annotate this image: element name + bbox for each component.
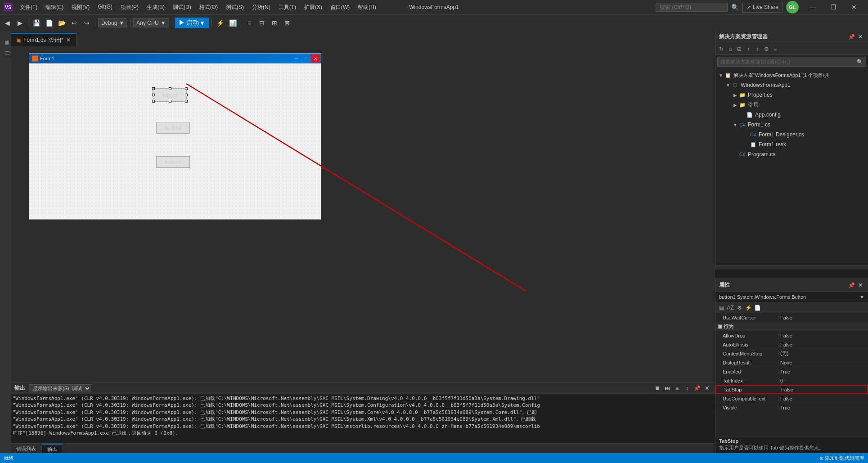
expand-solution[interactable]: ▼ (717, 72, 724, 79)
form-close-btn[interactable]: ✕ (311, 54, 320, 63)
sidebar-toolbox[interactable]: 工 (1, 43, 10, 52)
toolbar-format[interactable]: ≡ (244, 18, 255, 28)
se-btn2[interactable]: ⌂ (726, 45, 734, 53)
toolbar-forward[interactable]: ▶ (14, 18, 25, 28)
output-pin-btn[interactable]: 📌 (693, 384, 702, 393)
menu-format[interactable]: 格式(O) (196, 2, 221, 13)
handle-tm[interactable] (169, 87, 171, 90)
tree-appconfig[interactable]: 📄 App.config (715, 110, 868, 120)
tree-form1designer[interactable]: C# Form1.Designer.cs (715, 130, 868, 139)
se-btn3[interactable]: ⊟ (735, 45, 743, 53)
se-btn7[interactable]: ≡ (771, 45, 779, 53)
se-scrollbar-h[interactable] (715, 265, 868, 270)
menu-analyze[interactable]: 分析(N) (248, 2, 274, 13)
menu-tools[interactable]: 工具(T) (275, 2, 300, 13)
se-btn1[interactable]: ↻ (717, 45, 725, 53)
form-restore-btn[interactable]: □ (301, 54, 310, 63)
minimize-button[interactable]: — (802, 0, 823, 14)
global-search[interactable] (656, 3, 728, 12)
user-avatar[interactable]: GL (786, 1, 799, 13)
restore-button[interactable]: ❐ (823, 0, 844, 14)
tree-program[interactable]: C# Program.cs (715, 149, 868, 159)
props-alpha-btn[interactable]: AZ (726, 304, 734, 312)
menu-project[interactable]: 项目(P) (117, 2, 142, 13)
form1-tab[interactable]: ▣ Form1.cs [设计]* ✕ (11, 33, 76, 46)
props-properties-btn[interactable]: ⚙ (735, 304, 743, 312)
live-share-button[interactable]: ↗ Live Share (742, 2, 783, 13)
output-close-btn[interactable]: ✕ (702, 384, 711, 393)
tab-output[interactable]: 输出 (42, 444, 63, 454)
tree-properties[interactable]: ▶ 📁 Properties (715, 90, 868, 100)
handle-bm[interactable] (169, 100, 171, 103)
toolbar-redo[interactable]: ↪ (81, 18, 92, 28)
tree-form1resx[interactable]: 📋 Form1.resx (715, 139, 868, 149)
tree-form1[interactable]: ▼ C# Form1.cs (715, 120, 868, 130)
handle-ml[interactable] (152, 94, 155, 96)
designer-button1[interactable]: button1 (153, 88, 187, 102)
menu-file[interactable]: 文件(F) (16, 2, 41, 13)
menu-edit[interactable]: 编辑(E) (42, 2, 67, 13)
section-expand-behavior[interactable]: ▣ (717, 324, 722, 329)
toolbar-back[interactable]: ◀ (2, 18, 13, 28)
debug-config-dropdown[interactable]: Debug ▼ (98, 18, 127, 27)
menu-view[interactable]: 视图(V) (68, 2, 93, 13)
toolbar-center[interactable]: ⊠ (282, 18, 292, 28)
handle-tr[interactable] (185, 87, 188, 90)
output-btn1[interactable]: ⏹ (653, 384, 662, 393)
menu-git[interactable]: Git(G) (94, 2, 116, 13)
tab-close-button[interactable]: ✕ (66, 37, 71, 43)
toolbar-open[interactable]: 📂 (56, 18, 67, 28)
panel-close-btn[interactable]: ✕ (856, 33, 864, 41)
designer-button3[interactable]: button3 (156, 156, 190, 168)
prop-tabstop[interactable]: TabStop False (715, 385, 868, 394)
menu-help[interactable]: 帮助(H) (354, 2, 380, 13)
expand-project[interactable]: ▼ (724, 81, 732, 89)
props-pin-btn[interactable]: 📌 (847, 281, 855, 289)
toolbar-new[interactable]: 📄 (44, 18, 54, 28)
expand-form1[interactable]: ▼ (732, 121, 739, 128)
handle-br[interactable] (185, 100, 188, 103)
menu-build[interactable]: 生成(B) (143, 2, 168, 13)
sidebar-server-explorer[interactable]: 服 (1, 32, 10, 41)
handle-tl[interactable] (152, 87, 155, 90)
se-btn4[interactable]: ↑ (744, 45, 752, 53)
menu-debug[interactable]: 调试(D) (169, 2, 195, 13)
props-dropdown-icon[interactable]: ▼ (859, 294, 864, 300)
panel-pin-btn[interactable]: 📌 (847, 33, 855, 41)
toolbar-perf[interactable]: 📊 (227, 18, 238, 28)
output-btn3[interactable]: ≡ (673, 384, 682, 393)
form-minimize-btn[interactable]: ─ (292, 54, 301, 63)
add-code-mgr-btn[interactable]: ⊕ 添加到源代码管理 (819, 455, 864, 462)
cpu-config-dropdown[interactable]: Any CPU ▼ (133, 18, 169, 27)
toolbar-undo[interactable]: ↩ (69, 18, 80, 28)
form-content[interactable]: button1 button2 button3 (29, 63, 321, 219)
solution-search-box[interactable]: 搜索解决方案资源管理器(Ctrl+;) 🔍 (717, 57, 866, 67)
menu-test[interactable]: 测试(S) (222, 2, 247, 13)
props-events-btn[interactable]: ⚡ (744, 304, 752, 312)
tree-solution[interactable]: ▼ 📋 解决方案"WindowsFormsApp1"(1 个项目/共 (715, 70, 868, 80)
expand-refs[interactable]: ▶ (732, 101, 739, 108)
expand-properties[interactable]: ▶ (732, 91, 739, 99)
output-source-select[interactable]: 显示输出来源(S): 调试 (29, 384, 91, 392)
toolbar-align[interactable]: ⊟ (256, 18, 267, 28)
handle-mr[interactable] (185, 94, 188, 96)
menu-window[interactable]: 窗口(W) (327, 2, 353, 13)
se-btn5[interactable]: ↓ (753, 45, 761, 53)
tree-references[interactable]: ▶ 📁 引用 (715, 100, 868, 110)
handle-bl[interactable] (152, 100, 155, 103)
toolbar-spacing[interactable]: ⊞ (269, 18, 280, 28)
output-btn4[interactable]: ↕ (683, 384, 692, 393)
designer-button2[interactable]: button2 (156, 122, 190, 134)
tab-error-list[interactable]: 错误列表 (11, 444, 42, 454)
tree-project[interactable]: ▼ ⬡ WindowsFormsApp1 (715, 80, 868, 90)
toolbar-attach[interactable]: ⚡ (215, 18, 225, 28)
close-button[interactable]: ✕ (844, 0, 864, 14)
menu-extensions[interactable]: 扩展(X) (301, 2, 326, 13)
form-designer-canvas[interactable]: Form1 ─ □ ✕ button1 (29, 53, 321, 220)
run-button[interactable]: ▶ 启动 ▼ (175, 18, 209, 28)
output-btn2[interactable]: ⏭ (663, 384, 672, 393)
props-proppage-btn[interactable]: 📄 (753, 304, 761, 312)
props-close-btn[interactable]: ✕ (856, 281, 864, 289)
toolbar-save-all[interactable]: 💾 (31, 18, 42, 28)
props-categorized-btn[interactable]: ▤ (717, 304, 725, 312)
